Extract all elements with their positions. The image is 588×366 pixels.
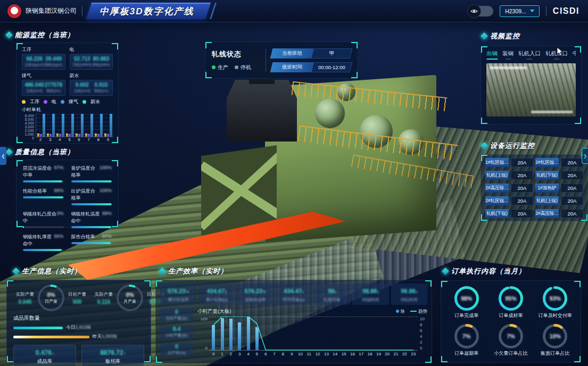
company-name: 陕钢集团汉钢公司 [26,6,77,15]
energy-group: 新水 0.602总耗(m³/t) 0.915单耗(m³) [70,72,113,96]
legend-dot [61,100,64,104]
stat-box: 434.47s平均节奏(s) [276,284,312,305]
video-osd-text [490,66,527,69]
camera-select-dropdown[interactable]: H2309... [500,5,540,17]
stock-title: 成品库数量 [13,314,144,322]
chart-left-axis: 120 0 [197,317,209,351]
quality-item: 钢板终轧温度命中99% [71,211,112,228]
scene-drum [315,98,345,128]
legend-line [410,311,417,312]
efficiency-side-stats: 0当班产量(块) 8.4小时产量(块) 0日产率(%) [160,308,193,356]
quality-item: 钢板终轧厚度命中96% [23,234,64,251]
side-stat-box: 0日产率(%) [160,343,193,356]
line-status-legend: 生产 停机 [212,64,260,71]
video-tab-mill-inlet[interactable]: 轧机入口 [518,50,541,60]
video-tab-mill-outlet[interactable]: 轧机出口 [545,50,568,60]
quality-item: 装炉温度合格率100% [71,165,112,182]
diamond-icon [12,268,20,275]
stat-box: 98s轧制节奏 [314,284,350,305]
warehouse-boxes: 0.476t 成品库 8876.72t 板坯库 [13,345,144,366]
equipment-row: 2#高压除…20A 1#加热炉20A [485,184,583,193]
cisdi-logo: CISDI [553,6,579,16]
order-donuts: 98% 订单完成率 95% 订单成材率 93% 订单及时交付率 7% 订单超期率 [444,286,577,357]
order-donut-yield: 95% 订单成材率 [488,286,533,319]
line-status-right: 当前班组 甲 值班时间 00:00-12:00 [271,48,351,72]
orders-panel-title: 订单执行内容（当月） [443,267,526,276]
orders-panel: 98% 订单完成率 95% 订单成材率 93% 订单及时交付率 7% 订单超期率 [441,280,581,363]
quality-panel-title: 质量信息（当班） [6,147,74,157]
legend-dot [22,100,26,104]
energy-panel-title: 能源监控（当班） [6,30,74,40]
gauge-ring: 0%月产量 [117,285,143,311]
equipment-row: 轧机(下辊)20A 2#高压除…20A [485,209,583,218]
energy-groups: 工序 68.226总耗(kgce/t) 39.449单耗(kgce) 电 52.… [22,46,113,96]
video-tab-zhuanggang[interactable]: 装钢 [502,50,514,60]
energy-legend: 工序 电 煤气 新水 [22,98,113,105]
legend-dot [396,310,399,313]
scene-mill-housing [265,75,436,243]
video-osd-text [531,111,573,113]
efficiency-stats: 576.23%累计作业率 434.67s累计轧制(s) 576.23%当班作业率… [160,284,427,305]
stat-box: 98.88s间隔时间 [352,284,388,305]
diamond-icon [159,268,166,275]
equipment-row: 轧机(上辊)20A 轧机(下辊)20A [485,171,583,180]
dashboard-root: 陕钢集团汉钢公司 中厚板3D数字化产线 H2309... CISDI 能源监控（… [0,0,588,366]
legend-dot [44,100,47,104]
quality-panel: 层流冷温度命中率97% 装炉温度合格率100% 性能合格率99% 出炉温度合格率… [16,160,119,228]
energy-chart: 6,0005,000 4,0003,000 2,0001,000 0 [22,114,113,137]
video-tab-intercool[interactable]: 中间冷 [573,50,576,60]
shift-chip: 当前班组 甲 [270,48,353,59]
chart-x-axis: 01234567891011121314151617181920212223 [209,352,418,356]
energy-chart-xaxis: 23456789 [36,137,113,142]
legend-dot [82,100,86,104]
slab-stock-box: 8876.72t 板坯库 [81,345,144,366]
energy-group: 工序 68.226总耗(kgce/t) 39.449单耗(kgce) [22,46,65,70]
right-panel-collapse-button[interactable]: ❯ [582,148,588,164]
scene-dark-hood [227,80,297,142]
energy-chart-plot [36,114,113,137]
order-donut-ontime: 93% 订单及时交付率 [533,286,577,319]
video-panel: 出钢 装钢 轧机入口 轧机出口 中间冷 电加热 [481,46,582,124]
stat-box: 98.88s待轧时间 [391,284,427,305]
production-panel-title: 生产信息（实时） [13,267,81,276]
banner-stripe [210,3,217,19]
chart-right-axis: 10 8 6 4 2 0 [418,317,427,351]
video-tab-chugang[interactable]: 出钢 [486,50,498,60]
visibility-toggle[interactable] [469,6,493,16]
scene-yellow-railing [351,154,474,188]
order-donut-book: 10% 账面订单占比 [533,324,577,357]
equipment-panel: 1#轧区辊…20A 2#轧区辊…20A 轧机(上辊)20A 轧机(下辊)20A … [481,154,588,221]
energy-panel: 工序 68.226总耗(kgce/t) 39.449单耗(kgce) 电 52.… [16,43,119,144]
finished-goods-box: 0.476t 成品库 [13,345,76,366]
chart-legend: 块 趋势 [396,309,428,315]
production-gauges: 实际产量0.045 0%日产量 目标产量500 实际产量0.116 0%月产量 … [13,285,144,311]
company-logo [7,4,21,18]
order-donut-completion: 98% 订单完成率 [444,286,488,319]
dashed-divider [266,49,266,71]
energy-group: 电 52.713万耗(kWh/t) 80.883单耗(kWh) [70,46,113,70]
side-stat-box: 8.4小时产量(块) [160,325,193,339]
video-feed [486,63,576,117]
energy-group: 煤气 486.040总耗(m³/t) 277578单耗(m³) [22,72,65,96]
stock-bar-yesterday: 昨天1,293块 [13,334,144,340]
camera-select-value: H2309... [505,8,526,14]
page-title: 中厚板3D数字化产线 [100,5,194,18]
diamond-icon [481,142,488,149]
side-stat-box: 0当班产量(块) [160,308,193,322]
energy-chart-yaxis: 6,0005,000 4,0003,000 2,0001,000 0 [22,114,36,137]
efficiency-panel-title: 生产效率（实时） [160,267,228,276]
chart-title: 小时产量(大板) [197,308,231,315]
shift-time-chip: 值班时间 00:00-12:00 [270,62,353,72]
diamond-icon [5,148,13,156]
header-actions: H2309... CISDI [469,5,579,17]
stat-box: 576.23%当班作业率 [237,284,274,305]
production-panel: 实际产量0.045 0%日产量 目标产量500 实际产量0.116 0%月产量 … [6,280,151,363]
stock-bar-today: 今日1,413块 [13,325,144,331]
line-status-left: 轧线状态 生产 停机 [212,49,260,71]
quality-item: 出炉温度合格率100% [71,188,112,205]
order-donut-shortage: 7% 小欠量订单占比 [488,324,533,357]
quality-item: 性能合格率99% [23,188,64,205]
video-panel-title: 视频监控 [482,31,520,41]
diamond-icon [5,31,13,39]
left-panel-collapse-button[interactable]: ❮ [0,147,6,165]
